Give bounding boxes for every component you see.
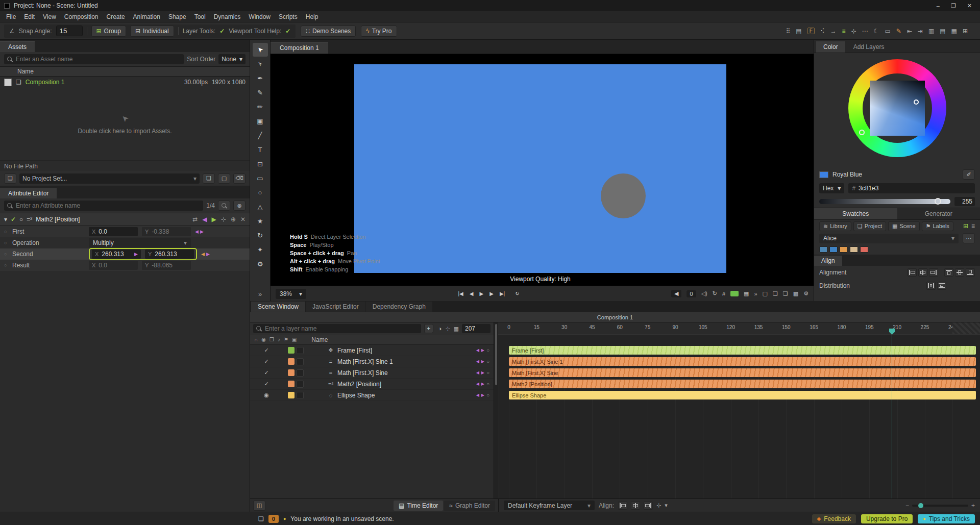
palette-swatch[interactable]: [860, 246, 868, 253]
tab-scene-window[interactable]: Scene Window: [251, 302, 305, 312]
layer-row-frame[interactable]: ✓ ❖ Frame [First] ◀▶○: [250, 345, 494, 356]
eyedropper-icon[interactable]: ✐: [963, 169, 975, 180]
pen-tool[interactable]: ✒: [253, 71, 268, 85]
layer-enable-toggle[interactable]: ✓: [262, 381, 271, 387]
track-bar-math2-position[interactable]: Math2 [Position]: [509, 380, 976, 388]
target-icon[interactable]: ⊕: [231, 216, 236, 223]
snap-grid-icon[interactable]: ⊹: [851, 28, 856, 35]
add-layer-button[interactable]: +: [424, 324, 433, 333]
demo-scenes-button[interactable]: ∷Demo Scenes: [301, 26, 356, 37]
close-icon[interactable]: ✕: [240, 216, 246, 223]
next-keyframe-icon[interactable]: ▶: [481, 393, 484, 397]
asset-import-dropzone[interactable]: ➤ Double click here to import Assets.: [0, 88, 250, 161]
track-bar-ellipse-shape[interactable]: Ellipse Shape: [509, 391, 976, 399]
ellipse-tool[interactable]: ○: [253, 186, 268, 199]
tab-assets[interactable]: Assets: [0, 41, 35, 52]
keyframe-dot-icon[interactable]: ○: [4, 252, 8, 257]
export-icon[interactable]: ❏: [783, 290, 788, 297]
sparkle-tool[interactable]: ✦: [253, 243, 268, 257]
layer-visibility-toggle[interactable]: ◉: [262, 392, 271, 398]
rows-icon[interactable]: ▤: [940, 28, 945, 35]
pivot-icon[interactable]: ⊹: [445, 326, 450, 332]
hex-mode-select[interactable]: Hex▾: [819, 183, 844, 193]
next-keyframe-icon[interactable]: ▶: [200, 229, 204, 234]
menu-edit[interactable]: Edit: [20, 12, 39, 21]
next-keyframe-icon[interactable]: ▶: [481, 382, 484, 386]
palette-swatch[interactable]: [829, 246, 838, 253]
panels-icon[interactable]: ▦: [744, 290, 749, 297]
grid-icon[interactable]: ▦: [951, 28, 957, 35]
settings-icon[interactable]: ⚙: [803, 290, 808, 297]
audio-icon[interactable]: ♪: [278, 337, 280, 342]
keyframe-ring-icon[interactable]: ○: [486, 347, 489, 353]
go-to-start-button[interactable]: |◀: [458, 291, 463, 296]
prev-keyframe-icon[interactable]: ◀: [476, 359, 479, 364]
keyframe-ring-icon[interactable]: ○: [486, 370, 489, 376]
track-bar-math-sine[interactable]: Math [First.X] Sine: [509, 368, 976, 377]
prev-keyframe-icon[interactable]: ◀: [476, 382, 479, 386]
brush-icon[interactable]: ✎: [896, 28, 901, 35]
eye-icon[interactable]: ◉: [261, 337, 266, 342]
render-queue-icon[interactable]: ❏: [773, 290, 778, 297]
solo-icon[interactable]: ❒: [270, 337, 274, 342]
playhead-line[interactable]: [892, 335, 892, 498]
layer-scrollbar[interactable]: [494, 322, 498, 498]
menu-help[interactable]: Help: [302, 12, 323, 21]
node-enable-toggle[interactable]: ✓: [11, 216, 16, 223]
second-x-field[interactable]: X260.313▶: [92, 249, 141, 259]
layer-name[interactable]: Ellipse Shape: [337, 392, 375, 399]
asset-name[interactable]: Composition 1: [26, 79, 65, 86]
menu-shape[interactable]: Shape: [164, 12, 190, 21]
keyframe-dot-icon[interactable]: ○: [4, 240, 8, 245]
monitor-icon[interactable]: ▢: [763, 290, 768, 297]
prev-keyframe-icon[interactable]: ◀: [476, 393, 479, 397]
align-bottom-icon[interactable]: [966, 268, 975, 277]
attribute-node-header[interactable]: ▾ ✓ ○ =² Math2 [Position] ⇄ ◀ ▶ ⊹ ⊕ ✕: [0, 213, 250, 226]
second-y-field[interactable]: Y260.313: [145, 249, 194, 259]
find-icon[interactable]: [218, 201, 230, 211]
menu-window[interactable]: Window: [244, 12, 275, 21]
layer-tools-checkbox[interactable]: ✓: [219, 28, 225, 35]
align-top-icon[interactable]: [944, 268, 953, 277]
operation-select[interactable]: Multiply▾: [89, 238, 191, 247]
zoom-select[interactable]: 38%▾: [276, 289, 306, 299]
prev-keyframe-icon[interactable]: ◀: [201, 252, 205, 257]
timeline-tracks[interactable]: 0 15 30 45 60 75 90 105 120 135 150 165: [498, 322, 980, 498]
tab-swatches[interactable]: Swatches: [814, 208, 897, 219]
labels-button[interactable]: ⚑Labels: [922, 221, 953, 231]
settings-tool[interactable]: ⚙: [253, 257, 268, 271]
layer-color-chip[interactable]: [288, 381, 295, 387]
layer-search-input[interactable]: [253, 324, 421, 333]
ruler-icon[interactable]: ▭: [885, 28, 890, 35]
timeline-composition-header[interactable]: Composition 1: [250, 312, 980, 322]
menu-scripts[interactable]: Scripts: [275, 12, 302, 21]
prev-keyframe-icon[interactable]: ◀: [195, 229, 199, 234]
table-icon[interactable]: ⊞: [963, 28, 968, 35]
keyframe-ring-icon[interactable]: ○: [486, 359, 489, 364]
grid-overlay-icon[interactable]: #: [722, 291, 725, 297]
brush-tool[interactable]: ✎: [253, 86, 268, 99]
rectangle-tool[interactable]: ▭: [253, 171, 268, 185]
timeline-zoom-slider[interactable]: [912, 505, 968, 507]
next-keyframe-icon[interactable]: ▶: [212, 216, 216, 223]
checker-icon[interactable]: ▩: [793, 290, 798, 297]
keyframe-layer-select[interactable]: Default Keyframe Layer▾: [504, 501, 595, 510]
individual-button[interactable]: ⊟Individual: [130, 26, 174, 37]
tab-color[interactable]: Color: [816, 41, 845, 53]
layer-row-math-sine-1[interactable]: ✓ = Math [First.X] Sine 1 ◀▶○: [250, 356, 494, 367]
viewport-canvas[interactable]: Hold SDirect Layer Selection SpacePlay/S…: [271, 54, 814, 286]
prev-keyframe-icon[interactable]: ◀: [202, 216, 207, 223]
camera-tool[interactable]: ▣: [253, 114, 268, 128]
layer-name[interactable]: Frame [First]: [337, 347, 372, 354]
palette-select[interactable]: Alice▾: [819, 234, 959, 243]
polygon-tool[interactable]: △: [253, 200, 268, 214]
track-bar-math-sine-1[interactable]: Math [First.X] Sine 1: [509, 357, 976, 366]
scene-button[interactable]: ▦Scene: [888, 221, 920, 231]
next-keyframe-icon[interactable]: ▶: [481, 348, 484, 353]
palette-more-button[interactable]: ⋯: [963, 233, 975, 243]
first-y-field[interactable]: Y-0.338: [142, 227, 191, 236]
console-icon[interactable]: ❏: [258, 515, 264, 522]
onion-skin-icon[interactable]: ◀: [671, 290, 681, 297]
close-button[interactable]: ✕: [967, 3, 972, 9]
tab-attribute-editor[interactable]: Attribute Editor: [0, 188, 57, 198]
